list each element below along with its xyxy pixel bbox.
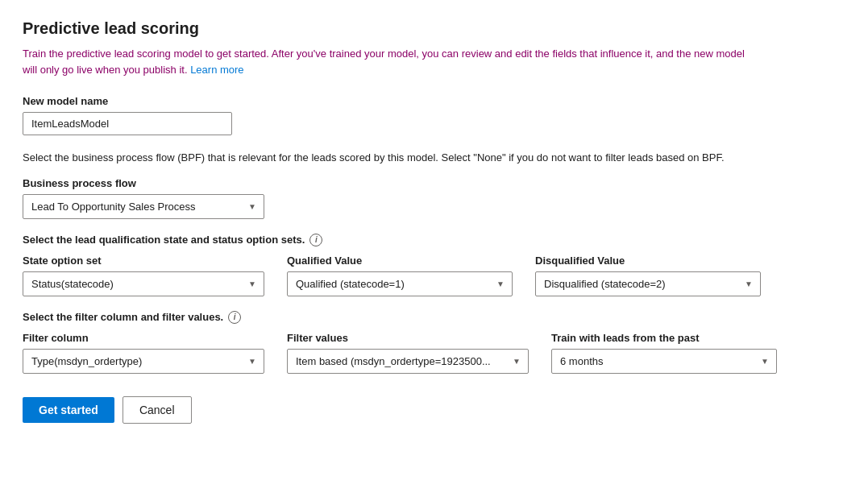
qualification-section: Select the lead qualification state and … bbox=[23, 234, 845, 296]
filter-val-field: Filter values Item based (msdyn_ordertyp… bbox=[287, 332, 529, 374]
state-label: State option set bbox=[23, 255, 264, 267]
qualified-col: Qualified Value Qualified (statecode=1) … bbox=[287, 255, 513, 296]
train-label: Train with leads from the past bbox=[551, 332, 777, 344]
state-select-wrapper: Status(statecode) ▼ bbox=[23, 271, 264, 296]
qualification-label: Select the lead qualification state and … bbox=[23, 234, 845, 246]
state-select[interactable]: Status(statecode) bbox=[23, 271, 264, 296]
qualified-select[interactable]: Qualified (statecode=1) bbox=[287, 271, 513, 296]
disqualified-select[interactable]: Disqualified (statecode=2) bbox=[535, 271, 761, 296]
filter-section: Select the filter column and filter valu… bbox=[23, 311, 845, 374]
model-name-label: New model name bbox=[23, 95, 845, 107]
disqualified-select-wrapper: Disqualified (statecode=2) ▼ bbox=[535, 271, 761, 296]
bpf-label: Business process flow bbox=[23, 177, 845, 189]
filter-row: Filter column Type(msdyn_ordertype) ▼ Fi… bbox=[23, 332, 845, 374]
train-select[interactable]: 6 months 3 months 12 months 24 months bbox=[551, 349, 777, 374]
qualified-select-wrapper: Qualified (statecode=1) ▼ bbox=[287, 271, 513, 296]
filter-val-label: Filter values bbox=[287, 332, 529, 344]
disqualified-label: Disqualified Value bbox=[535, 255, 761, 267]
cancel-button[interactable]: Cancel bbox=[123, 396, 192, 424]
train-field: Train with leads from the past 6 months … bbox=[551, 332, 777, 374]
qualification-row: State option set Status(statecode) ▼ Qua… bbox=[23, 255, 845, 296]
bpf-description: Select the business process flow (BPF) t… bbox=[23, 150, 796, 166]
filter-val-select-wrapper: Item based (msdyn_ordertype=1923500... ▼ bbox=[287, 349, 529, 374]
filter-label: Select the filter column and filter valu… bbox=[23, 311, 845, 324]
filter-col-label: Filter column bbox=[23, 332, 264, 344]
qualified-label: Qualified Value bbox=[287, 255, 513, 267]
state-option-col: State option set Status(statecode) ▼ bbox=[23, 255, 264, 296]
learn-more-link[interactable]: Learn more bbox=[190, 64, 243, 76]
bpf-select[interactable]: Lead To Opportunity Sales Process None bbox=[23, 194, 264, 219]
get-started-button[interactable]: Get started bbox=[23, 397, 114, 423]
actions-bar: Get started Cancel bbox=[23, 396, 845, 424]
filter-info-icon[interactable]: i bbox=[228, 311, 241, 324]
qualification-info-icon[interactable]: i bbox=[309, 234, 322, 246]
page-description: Train the predictive lead scoring model … bbox=[23, 46, 748, 77]
filter-col-select[interactable]: Type(msdyn_ordertype) bbox=[23, 349, 264, 374]
bpf-select-wrapper: Lead To Opportunity Sales Process None ▼ bbox=[23, 194, 264, 219]
page-title: Predictive lead scoring bbox=[23, 19, 845, 38]
disqualified-col: Disqualified Value Disqualified (stateco… bbox=[535, 255, 761, 296]
model-name-section: New model name bbox=[23, 95, 845, 135]
filter-col-field: Filter column Type(msdyn_ordertype) ▼ bbox=[23, 332, 264, 374]
filter-col-select-wrapper: Type(msdyn_ordertype) ▼ bbox=[23, 349, 264, 374]
model-name-input[interactable] bbox=[23, 112, 232, 135]
filter-val-select[interactable]: Item based (msdyn_ordertype=1923500... bbox=[287, 349, 529, 374]
train-select-wrapper: 6 months 3 months 12 months 24 months ▼ bbox=[551, 349, 777, 374]
bpf-section: Select the business process flow (BPF) t… bbox=[23, 150, 845, 219]
